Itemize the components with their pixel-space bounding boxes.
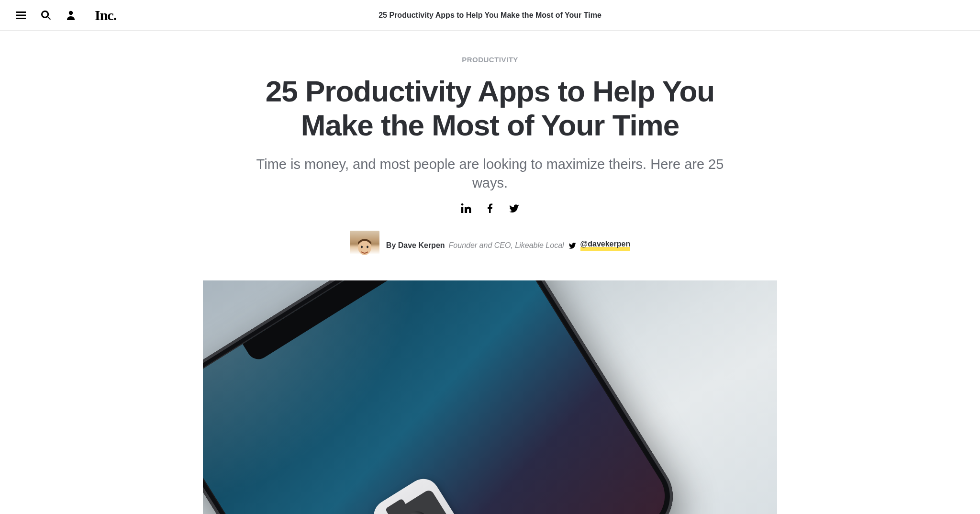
- site-header: Inc. 25 Productivity Apps to Help You Ma…: [0, 0, 980, 31]
- share-row: [203, 202, 777, 214]
- author-name[interactable]: Dave Kerpen: [398, 241, 445, 249]
- author-twitter-handle[interactable]: @davekerpen: [580, 240, 631, 251]
- header-left: Inc.: [15, 7, 116, 23]
- svg-point-3: [69, 11, 73, 14]
- user-icon[interactable]: [65, 10, 77, 21]
- byline-by: By Dave Kerpen: [386, 241, 445, 250]
- byline: By Dave Kerpen Founder and CEO, Likeable…: [203, 231, 777, 260]
- article-headline: 25 Productivity Apps to Help You Make th…: [227, 74, 753, 143]
- byline-text: By Dave Kerpen Founder and CEO, Likeable…: [386, 240, 630, 251]
- author-avatar[interactable]: [350, 231, 379, 260]
- hero-image: mera: [203, 280, 777, 514]
- header-article-title: 25 Productivity Apps to Help You Make th…: [379, 11, 601, 20]
- svg-rect-2: [16, 18, 26, 19]
- article: PRODUCTIVITY 25 Productivity Apps to Hel…: [203, 31, 777, 514]
- kicker-category[interactable]: PRODUCTIVITY: [203, 56, 777, 64]
- search-icon[interactable]: [40, 10, 52, 21]
- facebook-icon[interactable]: [484, 202, 496, 214]
- svg-point-5: [461, 203, 464, 206]
- svg-rect-1: [16, 14, 26, 16]
- twitter-icon[interactable]: [508, 202, 520, 214]
- hero-app-camera: mera: [368, 473, 467, 514]
- svg-rect-0: [16, 11, 26, 13]
- author-role: Founder and CEO, Likeable Local: [449, 241, 564, 250]
- svg-point-7: [361, 246, 363, 248]
- linkedin-icon[interactable]: [460, 202, 472, 214]
- twitter-icon: [568, 241, 577, 250]
- article-subhead: Time is money, and most people are looki…: [256, 155, 724, 192]
- byline-prefix: By: [386, 241, 396, 249]
- svg-point-8: [367, 246, 368, 248]
- site-logo[interactable]: Inc.: [95, 7, 116, 23]
- menu-icon[interactable]: [15, 10, 27, 21]
- svg-rect-4: [461, 207, 463, 213]
